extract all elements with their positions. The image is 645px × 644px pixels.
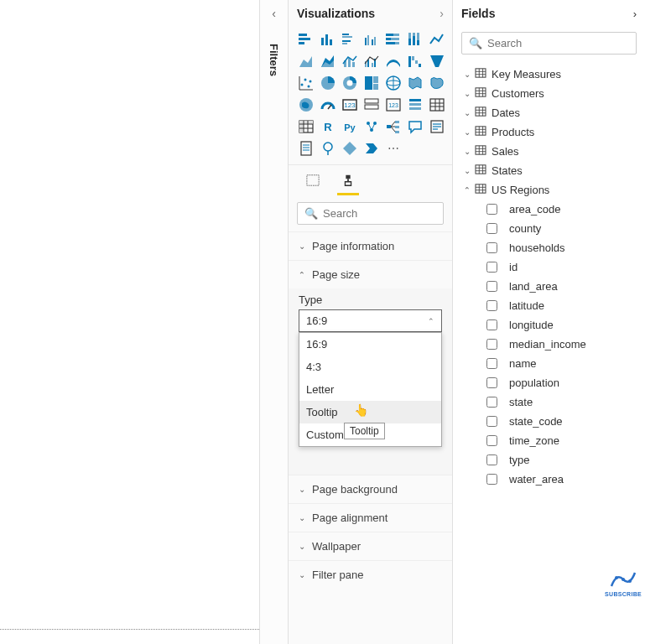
type-dropdown-button[interactable]: 16:9 ⌃	[299, 309, 442, 332]
format-tab[interactable]	[337, 169, 359, 195]
slicer-icon[interactable]	[406, 96, 424, 114]
gauge-icon[interactable]	[319, 96, 337, 114]
table-us-regions[interactable]: ⌄US Regions	[458, 180, 640, 200]
stacked-column-chart-icon[interactable]	[319, 30, 337, 49]
field-type[interactable]: type	[485, 450, 640, 470]
field-longitude[interactable]: longitude	[485, 315, 640, 335]
visualizations-collapse-chevron[interactable]: ›	[440, 7, 444, 20]
clustered-column-chart-icon[interactable]	[362, 30, 381, 49]
scatter-chart-icon[interactable]	[297, 74, 315, 92]
field-checkbox[interactable]	[486, 397, 497, 408]
section-header-filter-pane[interactable]: ⌄ Filter pane	[289, 561, 452, 589]
field-time-zone[interactable]: time_zone	[485, 431, 640, 450]
report-canvas[interactable]	[0, 0, 259, 644]
dropdown-option-tooltip[interactable]: Tooltip	[299, 401, 441, 423]
field-checkbox[interactable]	[486, 223, 497, 234]
filters-expand-chevron[interactable]: ‹	[272, 7, 276, 20]
section-header-page-size[interactable]: ⌄ Page size	[289, 261, 452, 288]
field-checkbox[interactable]	[486, 454, 497, 465]
treemap-icon[interactable]	[362, 74, 381, 92]
field-checkbox[interactable]	[486, 204, 497, 215]
fields-search[interactable]: 🔍	[461, 32, 637, 55]
key-influencers-icon[interactable]	[362, 117, 381, 136]
field-water-area[interactable]: water_area	[485, 470, 640, 489]
dropdown-option-16-9[interactable]: 16:9	[299, 333, 441, 356]
python-visual-icon[interactable]: Py	[341, 117, 359, 136]
table-key-measures[interactable]: ⌄Key Measures	[458, 65, 640, 84]
field-checkbox[interactable]	[486, 262, 497, 273]
power-apps-icon[interactable]	[341, 139, 359, 158]
table-states[interactable]: ⌄States	[458, 161, 640, 180]
filled-map-icon[interactable]	[406, 74, 424, 92]
field-median-income[interactable]: median_income	[485, 335, 640, 354]
hundred-stacked-bar-chart-icon[interactable]	[384, 30, 403, 49]
section-header-page-information[interactable]: ⌄ Page information	[289, 232, 452, 260]
stacked-area-chart-icon[interactable]	[319, 52, 337, 70]
map-icon[interactable]	[384, 74, 403, 92]
field-area-code[interactable]: area_code	[485, 200, 640, 219]
card-icon[interactable]: 123	[341, 96, 359, 114]
kpi-icon[interactable]: 123	[384, 96, 403, 114]
fields-tab[interactable]	[302, 169, 324, 195]
r-script-visual-icon[interactable]: R	[319, 117, 337, 136]
format-search[interactable]: 🔍	[297, 202, 444, 225]
field-checkbox[interactable]	[486, 281, 497, 292]
line-stacked-column-chart-icon[interactable]	[341, 52, 359, 70]
field-households[interactable]: households	[485, 238, 640, 257]
donut-chart-icon[interactable]	[341, 74, 359, 92]
area-chart-icon[interactable]	[297, 52, 315, 70]
field-population[interactable]: population	[485, 373, 640, 392]
matrix-icon[interactable]	[297, 117, 315, 136]
stacked-bar-chart-icon[interactable]	[297, 30, 315, 49]
table-products[interactable]: ⌄Products	[458, 122, 640, 142]
qa-visual-icon[interactable]	[406, 117, 424, 136]
field-checkbox[interactable]	[486, 300, 497, 311]
field-checkbox[interactable]	[486, 377, 497, 388]
field-state[interactable]: state	[485, 392, 640, 412]
field-checkbox[interactable]	[486, 474, 497, 485]
table-icon[interactable]	[428, 96, 446, 114]
waterfall-chart-icon[interactable]	[406, 52, 424, 70]
table-sales[interactable]: ⌄Sales	[458, 142, 640, 161]
multi-row-card-icon[interactable]	[362, 96, 381, 114]
section-header-wallpaper[interactable]: ⌄ Wallpaper	[289, 532, 452, 560]
pie-chart-icon[interactable]	[319, 74, 337, 92]
field-checkbox[interactable]	[486, 358, 497, 369]
field-id[interactable]: id	[485, 257, 640, 277]
get-more-visuals-icon[interactable]: ⋯	[384, 139, 403, 158]
field-latitude[interactable]: latitude	[485, 296, 640, 315]
table-dates[interactable]: ⌄Dates	[458, 103, 640, 122]
field-state-code[interactable]: state_code	[485, 412, 640, 431]
shape-map-icon[interactable]	[428, 74, 446, 92]
field-checkbox[interactable]	[486, 416, 497, 427]
line-clustered-column-chart-icon[interactable]	[362, 52, 381, 70]
field-checkbox[interactable]	[486, 242, 497, 253]
funnel-chart-icon[interactable]	[428, 52, 446, 70]
power-automate-icon[interactable]	[362, 139, 381, 158]
section-header-page-alignment[interactable]: ⌄ Page alignment	[289, 504, 452, 532]
clustered-bar-chart-icon[interactable]	[341, 30, 359, 49]
field-checkbox[interactable]	[486, 319, 497, 330]
arcgis-map-icon[interactable]	[319, 139, 337, 158]
field-checkbox[interactable]	[486, 339, 497, 350]
dropdown-option-4-3[interactable]: 4:3	[299, 356, 441, 378]
hundred-stacked-column-chart-icon[interactable]	[406, 30, 424, 49]
fields-collapse-chevron[interactable]: ›	[633, 8, 637, 20]
decomposition-tree-icon[interactable]	[384, 117, 403, 136]
table-customers[interactable]: ⌄Customers	[458, 84, 640, 103]
field-checkbox[interactable]	[486, 435, 497, 446]
field-county[interactable]: county	[485, 219, 640, 238]
section-header-page-background[interactable]: ⌄ Page background	[289, 475, 452, 503]
type-dropdown[interactable]: 16:9 ⌃ 16:9 4:3 Letter Tooltip Custom 👆 …	[299, 309, 442, 332]
format-search-input[interactable]	[323, 207, 464, 220]
paginated-report-icon[interactable]	[297, 139, 315, 158]
fields-search-input[interactable]	[487, 37, 629, 49]
line-chart-icon[interactable]	[428, 30, 446, 49]
dropdown-option-letter[interactable]: Letter	[299, 378, 441, 401]
smart-narrative-icon[interactable]	[428, 117, 446, 136]
ribbon-chart-icon[interactable]	[384, 52, 403, 70]
filters-label[interactable]: Filters	[268, 44, 280, 76]
field-land-area[interactable]: land_area	[485, 277, 640, 296]
azure-map-icon[interactable]	[297, 96, 315, 114]
field-name[interactable]: name	[485, 354, 640, 373]
